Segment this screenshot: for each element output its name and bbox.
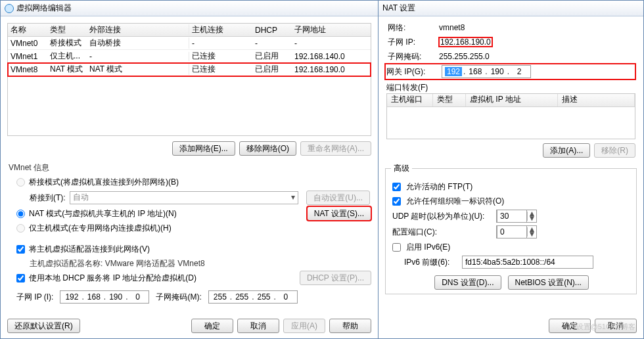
table-row-vmnet8[interactable]: VMnet8 NAT 模式 NAT 模式 已连接 已启用 192.168.190… [8,63,371,76]
ipv6-label: 启用 IPv6(E) [406,242,450,253]
spin-down-icon[interactable]: ▼ [528,232,536,237]
advanced-legend: 高级 [391,163,412,174]
hostonly-radio[interactable] [16,224,25,233]
table-header-row: 名称 类型 外部连接 主机连接 DHCP 子网地址 [8,24,371,37]
udp-timeout-spinner[interactable]: ▲▼ [496,210,537,223]
ipv6-checkbox[interactable] [392,243,401,252]
ftp-checkbox[interactable] [392,183,401,191]
pf-th-vmip: 虚拟机 IP 地址 [466,94,558,106]
left-titlebar: 虚拟网络编辑器 [1,1,378,16]
subip-value: 192.168.190.0 [439,37,492,47]
auto-settings-button: 自动设置(U)... [306,191,370,205]
table-row[interactable]: VMnet0 桥接模式 自动桥接 - - - [8,37,371,50]
connect-adapter-checkbox[interactable] [16,245,25,254]
bridge-to-select[interactable]: 自动 [70,191,299,204]
connect-adapter-label: 将主机虚拟适配器连接到此网络(V) [29,244,150,255]
globe-icon [5,4,14,13]
right-titlebar: NAT 设置 [379,1,643,16]
spin-down-icon[interactable]: ▼ [528,216,536,221]
th-dhcp: DHCP [252,26,292,35]
remove-network-button[interactable]: 移除网络(O) [239,141,296,156]
subnet-mask-label: 子网掩码(M): [156,292,201,303]
subnet-ip-input[interactable]: 192. 168. 190. 0 [60,290,149,304]
nat-radio[interactable] [16,210,25,218]
nat-radio-label: NAT 模式(与虚拟机共享主机的 IP 地址)(N) [29,208,177,219]
bridge-to-label: 桥接到(T): [30,192,66,204]
th-ext: 外部连接 [87,24,189,35]
add-network-button[interactable]: 添加网络(E)... [172,141,235,156]
rename-network-button: 重命名网络(A)... [300,141,371,156]
netbios-settings-button[interactable]: NetBIOS 设置(N)... [508,275,589,290]
watermark: 设置@51CTO博客 [576,322,635,332]
dns-settings-button[interactable]: DNS 设置(D)... [434,275,501,290]
port-fwd-label: 端口转发(F) [386,82,635,93]
subnet-mask-input[interactable]: 255. 255. 255. 0 [208,290,298,304]
nat-settings-button[interactable]: NAT 设置(S)... [307,206,371,221]
net-label: 网络: [388,22,434,34]
pf-th-host: 主机端口 [387,94,433,106]
submask-label: 子网掩码: [388,51,434,62]
th-name: 名称 [8,24,47,35]
pf-th-type: 类型 [433,94,466,106]
dhcp-checkbox[interactable] [16,274,25,282]
nat-settings-window: NAT 设置 网络:vmnet8 子网 IP:192.168.190.0 子网掩… [379,0,644,339]
adapter-name-label: 主机虚拟适配器名称: VMware 网络适配器 VMnet8 [1,256,378,271]
bridge-radio[interactable] [16,178,25,187]
ipv6-prefix-input[interactable] [462,256,593,269]
vmnet-table[interactable]: 名称 类型 外部连接 主机连接 DHCP 子网地址 VMnet0 桥接模式 自动… [7,23,371,136]
dhcp-settings-button: DHCP 设置(P)... [300,271,371,285]
table-empty-area [8,76,371,135]
apply-button: 应用(A) [283,319,325,333]
ipv6-prefix-label: IPv6 前缀(6): [404,257,457,268]
submask-value: 255.255.255.0 [439,52,490,61]
oui-checkbox[interactable] [392,197,401,206]
ok-button[interactable]: 确定 [191,319,233,333]
th-sub: 子网地址 [292,24,371,35]
net-value: vmnet8 [439,23,465,32]
pf-remove-button: 移除(R) [594,143,635,158]
pf-add-button[interactable]: 添加(A)... [543,143,590,158]
gateway-ip-input[interactable]: 192. 168. 190. 2 [442,65,531,78]
th-type: 类型 [47,24,87,35]
subip-label: 子网 IP: [388,37,434,48]
th-host: 主机连接 [189,24,252,35]
dhcp-label: 使用本地 DHCP 服务将 IP 地址分配给虚拟机(D) [29,273,196,284]
cancel-button[interactable]: 取消 [237,319,279,333]
virtual-network-editor-window: 虚拟网络编辑器 名称 类型 外部连接 主机连接 DHCP 子网地址 VMnet0… [0,0,379,339]
bridge-radio-label: 桥接模式(将虚拟机直接连接到外部网络)(B) [29,177,179,188]
vmnet-info-label: VMnet 信息 [1,158,378,175]
ftp-label: 允许活动的 FTP(T) [406,181,472,192]
cfg-port-spinner[interactable]: ▲▼ [496,225,537,238]
help-button[interactable]: 帮助 [329,319,371,333]
hostonly-radio-label: 仅主机模式(在专用网络内连接虚拟机)(H) [29,223,172,234]
gateway-label: 网关 IP(G): [386,66,436,78]
port-fwd-table[interactable]: 主机端口 类型 虚拟机 IP 地址 描述 [386,93,635,139]
oui-label: 允许任何组织唯一标识符(O) [406,196,504,207]
right-title: NAT 设置 [382,3,415,14]
left-title: 虚拟网络编辑器 [16,3,72,14]
udp-timeout-label: UDP 超时(以秒为单位)(U): [392,211,491,222]
pf-th-desc: 描述 [558,94,635,106]
table-row[interactable]: VMnet1 仅主机... - 已连接 已启用 192.168.140.0 [8,50,371,63]
subnet-ip-label: 子网 IP (I): [16,292,53,303]
cfg-port-label: 配置端口(C): [392,227,491,238]
restore-defaults-button[interactable]: 还原默认设置(R) [7,319,80,333]
advanced-group: 高级 允许活动的 FTP(T) 允许任何组织唯一标识符(O) UDP 超时(以秒… [385,163,637,294]
